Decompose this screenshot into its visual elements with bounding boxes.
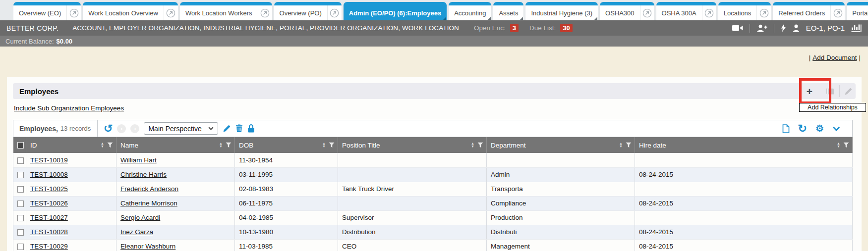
- tab-osha-300a[interactable]: OSHA 300A: [656, 2, 716, 20]
- edit-perspective-pencil-icon[interactable]: [223, 124, 231, 133]
- sort-icon[interactable]: ▲▼: [619, 142, 623, 148]
- column-header-id[interactable]: ID▲▼: [26, 137, 116, 153]
- department-cell: Admin: [487, 167, 635, 182]
- sort-icon[interactable]: ▲▼: [322, 142, 326, 148]
- select-all-checkbox[interactable]: [17, 142, 24, 149]
- tab-accounting[interactable]: Accounting: [449, 2, 491, 20]
- row-checkbox[interactable]: [17, 244, 24, 250]
- table-row-test-10027: TEST-10027Sergio Acardi04-02-1985Supervi…: [13, 210, 853, 225]
- row-checkbox[interactable]: [17, 172, 24, 178]
- tab-overview-eo[interactable]: Overview (EO): [13, 2, 81, 20]
- column-header-position-title[interactable]: Position Title▲▼: [338, 137, 487, 153]
- tab-label: Portal Manage: [847, 5, 868, 20]
- open-in-new-button[interactable]: [756, 5, 771, 20]
- prev-page-button[interactable]: ‹: [117, 124, 126, 133]
- checkbox-cell: [13, 167, 26, 182]
- employee-name-link[interactable]: Sergio Acardi: [120, 214, 160, 221]
- open-in-new-button[interactable]: [640, 5, 654, 20]
- open-in-new-button[interactable]: [164, 5, 178, 20]
- filter-funnel-icon[interactable]: [843, 142, 849, 148]
- column-header-name[interactable]: Name▲▼: [116, 137, 235, 153]
- open-in-new-icon: [330, 8, 339, 18]
- filter-funnel-icon[interactable]: [107, 142, 113, 148]
- department-cell: Transporta: [487, 182, 635, 196]
- video-camera-icon[interactable]: [732, 24, 743, 32]
- due-list-badge[interactable]: 30: [560, 24, 572, 32]
- tab-referred-orders[interactable]: Referred Orders: [773, 2, 845, 20]
- grid-toolbar: Employees, 13 records ↺ ‹ › Main Perspec…: [13, 120, 853, 137]
- row-checkbox[interactable]: [17, 157, 24, 164]
- sort-icon[interactable]: ▲▼: [471, 142, 474, 148]
- employee-name-link[interactable]: William Hart: [120, 156, 157, 164]
- person-icon[interactable]: [793, 24, 800, 32]
- employee-name-link[interactable]: Catherine Morrison: [120, 200, 177, 207]
- filter-funnel-icon[interactable]: [329, 142, 335, 148]
- column-header-dob[interactable]: DOB▲▼: [235, 137, 338, 153]
- open-in-new-button[interactable]: [830, 5, 845, 20]
- column-header-hire-date[interactable]: Hire date▲▼: [635, 137, 853, 153]
- employee-id-link[interactable]: TEST-10028: [30, 228, 68, 236]
- due-list-label: Due List:: [529, 24, 556, 32]
- filter-funnel-icon[interactable]: [626, 142, 632, 148]
- row-checkbox[interactable]: [17, 186, 24, 193]
- open-in-new-icon: [260, 8, 270, 18]
- refresh-icon[interactable]: ↻: [798, 123, 807, 134]
- column-header-department[interactable]: Department▲▼: [487, 137, 635, 153]
- sort-icon[interactable]: ▲▼: [219, 142, 223, 148]
- open-in-new-button[interactable]: [327, 5, 342, 20]
- perspective-select[interactable]: Main Perspective: [144, 122, 218, 135]
- employee-id-link[interactable]: TEST-10025: [30, 185, 68, 193]
- tab-work-location-workers[interactable]: Work Location Workers: [180, 2, 272, 20]
- tab-admin-eo-po-6-employees[interactable]: Admin (EO/PO) (6):Employees: [344, 2, 447, 20]
- dob-cell: 04-02-1985: [235, 210, 338, 225]
- open-enc-badge[interactable]: 3: [510, 24, 519, 32]
- tab-work-location-overview[interactable]: Work Location Overview: [83, 2, 178, 20]
- row-checkbox[interactable]: [17, 201, 24, 207]
- tab-assets[interactable]: Assets: [493, 2, 523, 20]
- tab-osha300[interactable]: OSHA300: [600, 2, 654, 20]
- employee-id-link[interactable]: TEST-10029: [30, 243, 68, 250]
- lock-icon[interactable]: [247, 124, 255, 133]
- expand-chevron-icon[interactable]: [832, 126, 840, 131]
- employee-id-link[interactable]: TEST-10008: [30, 171, 68, 178]
- column-header-icons: ▲▼: [471, 142, 483, 148]
- employee-name-link[interactable]: Inez Garza: [120, 228, 153, 236]
- lightning-icon[interactable]: [781, 24, 786, 32]
- sort-icon[interactable]: ▲▼: [101, 142, 104, 148]
- employee-id-link[interactable]: TEST-10026: [30, 200, 68, 207]
- department-cell: Distributi: [487, 225, 635, 239]
- new-document-icon[interactable]: [782, 124, 790, 133]
- filter-funnel-icon[interactable]: [477, 142, 483, 148]
- next-page-button[interactable]: ›: [130, 124, 139, 133]
- filter-funnel-icon[interactable]: [226, 142, 231, 148]
- open-in-new-button[interactable]: [258, 5, 272, 20]
- gear-icon[interactable]: ⚙: [815, 124, 824, 133]
- checkbox-cell: [13, 239, 26, 251]
- employee-name-link[interactable]: Christine Harris: [120, 171, 167, 178]
- add-relationships-button[interactable]: +: [798, 86, 821, 97]
- record-count: Employees, 13 records: [13, 120, 98, 137]
- column-header-label: Position Title: [342, 142, 380, 149]
- bar-chart-icon[interactable]: [851, 24, 862, 32]
- tab-locations[interactable]: Locations: [718, 2, 771, 20]
- undo-icon[interactable]: ↺: [104, 123, 113, 134]
- employee-id-link[interactable]: TEST-10019: [30, 156, 68, 164]
- edit-pencil-icon[interactable]: [844, 87, 853, 96]
- tab-industrial-hygiene-3[interactable]: Industrial Hygiene (3): [525, 2, 598, 20]
- book-icon[interactable]: [825, 88, 835, 95]
- delete-trash-icon[interactable]: [235, 124, 243, 133]
- employee-name-link[interactable]: Frederick Anderson: [120, 185, 178, 193]
- row-checkbox[interactable]: [17, 229, 24, 236]
- tab-portal-manage[interactable]: Portal Manage: [847, 2, 868, 20]
- add-document-link[interactable]: Add Document: [812, 54, 857, 61]
- include-sub-org-link[interactable]: Include Sub Organization Employees: [14, 104, 124, 112]
- employee-name-link[interactable]: Eleanor Washburn: [120, 243, 175, 250]
- open-in-new-button[interactable]: [66, 5, 81, 20]
- sort-icon[interactable]: ▲▼: [837, 142, 840, 148]
- tab-overview-po[interactable]: Overview (PO): [274, 2, 342, 20]
- add-person-icon[interactable]: [756, 24, 767, 32]
- id-cell: TEST-10028: [26, 225, 116, 239]
- employee-id-link[interactable]: TEST-10027: [30, 214, 68, 221]
- open-in-new-button[interactable]: [702, 5, 716, 20]
- row-checkbox[interactable]: [17, 215, 24, 221]
